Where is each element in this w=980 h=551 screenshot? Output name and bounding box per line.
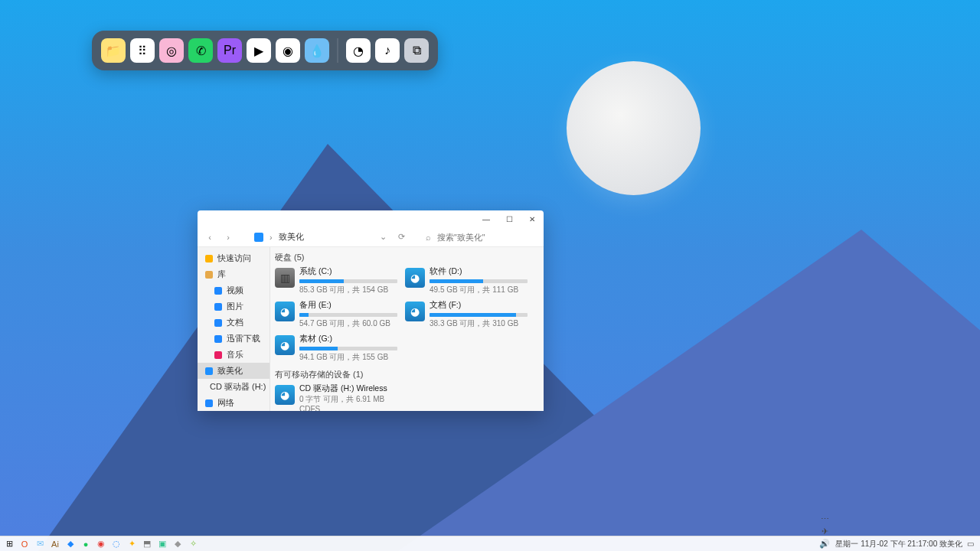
tray-icon[interactable]: ⋯: [818, 514, 831, 526]
back-button[interactable]: ‹: [204, 233, 216, 242]
tray-icon[interactable]: 🔊: [818, 538, 831, 550]
sidebar-item[interactable]: 视频: [198, 282, 270, 298]
sidebar-item[interactable]: 快速访问: [198, 250, 270, 266]
drive-item[interactable]: ◕CD 驱动器 (H:) Wireless0 字节 可用，共 6.91 MBCD…: [275, 382, 397, 411]
section-header-disks[interactable]: 硬盘 (5): [275, 250, 539, 265]
premiere-icon[interactable]: Pr: [217, 38, 242, 63]
taskbar: ⊞O✉Ai◆●◉◌✦⬒▣◆✧ ⋯✈🔊中🗨 星期一 11月-02 下午 21:17…: [0, 536, 980, 551]
sidebar-item-icon: [205, 367, 213, 375]
close-button[interactable]: ✕: [521, 210, 544, 227]
drive-name: 系统 (C:): [299, 266, 397, 277]
sidebar-item-icon: [205, 271, 213, 279]
dock: 📁⠿◎✆Pr▶◉💧◔♪⧉: [92, 31, 438, 70]
sidebar-item-label: CD 驱动器 (H:): [210, 381, 266, 393]
breadcrumb[interactable]: 致美化: [279, 231, 304, 243]
settings-icon[interactable]: ⧉: [404, 38, 429, 63]
app-a-icon[interactable]: ●: [80, 538, 92, 550]
minimize-button[interactable]: —: [475, 210, 498, 227]
app-f-icon[interactable]: ▣: [156, 538, 168, 550]
drive-fs-type: CDFS: [299, 405, 397, 411]
sidebar-item[interactable]: 网络: [198, 395, 270, 411]
sidebar-item[interactable]: 库: [198, 266, 270, 282]
app-e-icon[interactable]: ⬒: [141, 538, 153, 550]
chat-icon[interactable]: ◆: [64, 538, 77, 550]
path-separator: ›: [270, 233, 273, 242]
drive-name: 文档 (F:): [430, 300, 528, 311]
sidebar-item-icon: [214, 303, 222, 311]
tray-icon[interactable]: ✈: [818, 526, 831, 538]
sidebar-item-label: 视频: [227, 285, 243, 296]
sidebar-item[interactable]: 文档: [198, 315, 270, 331]
sidebar-item-label: 迅雷下载: [227, 333, 260, 344]
titlebar: — ☐ ✕: [198, 210, 544, 227]
explorer-window: — ☐ ✕ ‹ › › 致美化 ⌄ ⟳ ⌕ 快速访问库视频图片文档迅雷下载音乐致…: [198, 210, 544, 411]
sidebar-item[interactable]: CD 驱动器 (H:): [198, 379, 270, 395]
drive-subtext: 49.5 GB 可用，共 111 GB: [430, 285, 528, 295]
pink-app-icon[interactable]: ◎: [159, 38, 184, 63]
app-c-icon[interactable]: ◌: [110, 538, 122, 550]
sidebar-item[interactable]: 迅雷下载: [198, 331, 270, 347]
drive-usage-bar: [430, 313, 528, 317]
start-icon[interactable]: ⊞: [3, 538, 15, 550]
dropdown-icon[interactable]: ⌄: [377, 232, 389, 242]
drive-subtext: 94.1 GB 可用，共 155 GB: [299, 352, 397, 363]
app-g-icon[interactable]: ◆: [172, 538, 184, 550]
app-d-icon[interactable]: ✦: [126, 538, 138, 550]
sidebar-item[interactable]: 致美化: [198, 363, 270, 379]
drive-icon: ◕: [405, 268, 425, 288]
app-h-icon[interactable]: ✧: [187, 538, 199, 550]
chrome-icon[interactable]: ◉: [276, 38, 300, 63]
drive-icon: ◕: [275, 302, 295, 321]
refresh-button[interactable]: ⟳: [395, 232, 407, 242]
sidebar-item-icon: [205, 255, 213, 262]
removable-list: ◕CD 驱动器 (H:) Wireless0 字节 可用，共 6.91 MBCD…: [275, 382, 539, 411]
drive-name: CD 驱动器 (H:) Wireless: [299, 383, 397, 394]
search-input[interactable]: [437, 230, 537, 244]
sidebar-item-label: 网络: [217, 397, 234, 409]
drive-item[interactable]: ◕文档 (F:)38.3 GB 可用，共 310 GB: [405, 298, 528, 331]
sidebar-item-label: 图片: [227, 301, 243, 312]
office-icon[interactable]: O: [18, 538, 31, 550]
section-header-removable[interactable]: 有可移动存储的设备 (1): [275, 367, 539, 382]
desktop: 📁⠿◎✆Pr▶◉💧◔♪⧉ — ☐ ✕ ‹ › › 致美化 ⌄ ⟳ ⌕ 快速访问库…: [0, 0, 980, 551]
drive-list: ▥系统 (C:)85.3 GB 可用，共 154 GB◕软件 (D:)49.5 …: [275, 265, 539, 364]
app-b-icon[interactable]: ◉: [95, 538, 107, 550]
whatsapp-icon[interactable]: ✆: [188, 38, 213, 63]
launcher-icon[interactable]: ⠿: [130, 38, 155, 63]
drive-name: 备用 (E:): [299, 300, 397, 311]
drive-item[interactable]: ◕软件 (D:)49.5 GB 可用，共 111 GB: [405, 265, 528, 297]
drive-icon: ◕: [275, 335, 295, 355]
drive-icon: ◕: [275, 385, 295, 405]
drive-item[interactable]: ◕备用 (E:)54.7 GB 可用，共 60.0 GB: [275, 298, 397, 331]
sidebar-item[interactable]: 音乐: [198, 347, 270, 363]
drive-icon: ◕: [405, 302, 425, 321]
drive-name: 软件 (D:): [430, 266, 528, 277]
sidebar-item[interactable]: 图片: [198, 298, 270, 315]
drive-usage-bar: [299, 313, 397, 317]
drive-subtext: 85.3 GB 可用，共 154 GB: [299, 285, 397, 295]
dock-separator: [337, 38, 338, 63]
taskbar-right: ⋯✈🔊中🗨 星期一 11月-02 下午 21:17:00 致美化 ▭: [818, 514, 980, 552]
droplet-icon[interactable]: 💧: [305, 38, 329, 63]
drive-item[interactable]: ◕素材 (G:)94.1 GB 可用，共 155 GB: [275, 332, 397, 364]
forward-button[interactable]: ›: [222, 233, 234, 242]
sidebar-item-icon: [214, 287, 222, 295]
sidebar-item-label: 文档: [227, 317, 243, 328]
sidebar-item-icon: [205, 399, 213, 407]
edge-icon[interactable]: ◔: [346, 38, 371, 63]
drive-name: 素材 (G:): [299, 334, 397, 344]
drive-item[interactable]: ▥系统 (C:)85.3 GB 可用，共 154 GB: [275, 265, 397, 297]
taskbar-left: ⊞O✉Ai◆●◉◌✦⬒▣◆✧: [0, 538, 199, 550]
drive-subtext: 38.3 GB 可用，共 310 GB: [430, 318, 528, 329]
files-icon[interactable]: 📁: [101, 38, 126, 63]
location-icon: [254, 233, 263, 242]
notification-icon[interactable]: ▭: [967, 540, 974, 548]
maximize-button[interactable]: ☐: [498, 210, 521, 227]
youtube-icon[interactable]: ▶: [247, 38, 271, 63]
sidebar-item-label: 致美化: [217, 365, 243, 377]
ai-icon[interactable]: Ai: [49, 538, 61, 550]
music-icon[interactable]: ♪: [375, 38, 400, 63]
taskbar-clock[interactable]: 星期一 11月-02 下午 21:17:00 致美化: [835, 539, 962, 549]
mail-icon[interactable]: ✉: [34, 538, 46, 550]
system-tray: ⋯✈🔊中🗨: [818, 514, 831, 552]
